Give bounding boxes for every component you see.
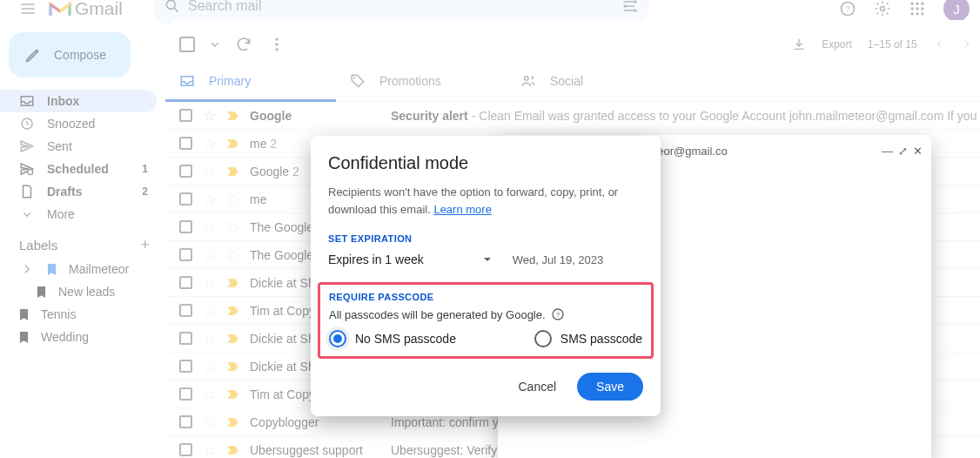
radio-label: No SMS passcode: [355, 332, 456, 346]
radio-icon: [534, 330, 552, 347]
close-icon[interactable]: ✕: [913, 145, 923, 158]
help-icon[interactable]: ?: [551, 307, 565, 321]
expiration-select[interactable]: Expires in 1 week: [328, 253, 492, 266]
fullscreen-icon[interactable]: ⤢: [898, 145, 908, 158]
require-passcode-label: REQUIRE PASSCODE: [329, 292, 642, 302]
set-expiration-label: SET EXPIRATION: [328, 233, 643, 244]
minimize-icon[interactable]: —: [882, 145, 893, 158]
radio-sms-passcode[interactable]: SMS passcode: [534, 330, 642, 347]
radio-label: SMS passcode: [560, 332, 642, 346]
radio-no-sms-passcode[interactable]: No SMS passcode: [329, 330, 456, 347]
passcode-note-text: All passcodes will be generated by Googl…: [329, 308, 546, 321]
svg-text:?: ?: [556, 311, 560, 319]
dialog-title: Confidential mode: [328, 153, 643, 173]
dropdown-icon: [483, 255, 492, 264]
cancel-button[interactable]: Cancel: [514, 373, 560, 401]
passcode-highlight-box: REQUIRE PASSCODE All passcodes will be g…: [318, 282, 654, 359]
expiration-date: Wed, Jul 19, 2023: [513, 253, 604, 266]
radio-icon: [329, 330, 346, 347]
dialog-description: Recipients won't have the option to forw…: [328, 184, 643, 218]
learn-more-link[interactable]: Learn more: [433, 203, 491, 216]
save-button[interactable]: Save: [577, 373, 643, 401]
expiration-value: Expires in 1 week: [328, 253, 424, 266]
confidential-mode-dialog: Confidential mode Recipients won't have …: [311, 136, 661, 416]
